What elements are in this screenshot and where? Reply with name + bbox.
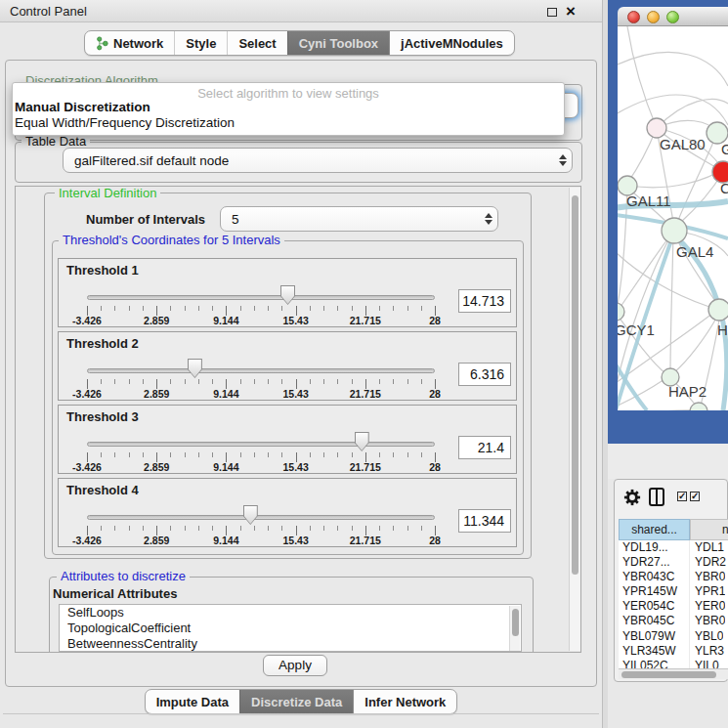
number-of-intervals-combobox[interactable]: 5 bbox=[220, 206, 498, 232]
slider-tick-label: 21.715 bbox=[338, 388, 393, 400]
close-icon[interactable]: × bbox=[566, 0, 576, 22]
gear-icon[interactable] bbox=[623, 489, 641, 506]
close-traffic-light-icon[interactable] bbox=[627, 11, 640, 23]
slider-track[interactable] bbox=[87, 515, 435, 520]
table-cell-name[interactable]: YBR0 bbox=[690, 614, 725, 628]
attribute-item-selfloops[interactable]: SelfLoops bbox=[60, 605, 521, 621]
table-column-header-shared-name[interactable]: shared... bbox=[619, 519, 690, 540]
slider-tick-label: 15.43 bbox=[269, 388, 323, 400]
threshold-label: Threshold 2 bbox=[66, 336, 139, 351]
table-row[interactable]: YPR145WYPR1 bbox=[619, 584, 728, 599]
apply-button[interactable]: Apply bbox=[263, 655, 327, 676]
attribute-item-topologicalcoefficient[interactable]: TopologicalCoefficient bbox=[60, 621, 521, 636]
threshold-value-field[interactable]: 14.713 bbox=[458, 289, 511, 313]
tab-impute-data[interactable]: Impute Data bbox=[146, 690, 239, 713]
tab-select[interactable]: Select bbox=[227, 31, 286, 55]
slider-tick-label: 28 bbox=[407, 388, 462, 400]
threshold-value-field[interactable]: 11.344 bbox=[458, 509, 511, 533]
float-window-icon[interactable] bbox=[547, 8, 557, 17]
table-cell-name[interactable]: YBR0 bbox=[690, 570, 725, 584]
slider-tick-label: 9.144 bbox=[198, 388, 253, 400]
table-data-combobox-value: galFiltered.sif default node bbox=[64, 153, 554, 168]
table-cell-shared-name[interactable]: YPR145W bbox=[619, 584, 690, 599]
tab-network[interactable]: Network bbox=[85, 31, 174, 55]
control-panel: Control Panel × NetworkStyleSelectCyni T… bbox=[0, 0, 602, 728]
slider-track[interactable] bbox=[87, 442, 435, 447]
scrollbar-thumb[interactable] bbox=[621, 671, 716, 678]
table-cell-shared-name[interactable]: YDR27... bbox=[619, 555, 690, 570]
slider-tick-label: 9.144 bbox=[198, 461, 253, 473]
table-row[interactable]: YDR27...YDR2 bbox=[619, 555, 728, 570]
threshold-value-field[interactable]: 21.4 bbox=[458, 436, 511, 459]
table-row[interactable]: YBR045CYBR0 bbox=[619, 614, 728, 628]
slider-tick-label: 9.144 bbox=[198, 535, 253, 546]
table-row[interactable]: YIL052CYIL0 bbox=[619, 659, 728, 668]
table-cell-shared-name[interactable]: YDL19... bbox=[619, 540, 690, 555]
attributes-list-scrollbar[interactable] bbox=[509, 606, 520, 652]
algorithm-option-equal-width-frequency-discretization[interactable]: Equal Width/Frequency Discretization bbox=[13, 115, 564, 131]
table-cell-shared-name[interactable]: YER054C bbox=[619, 599, 690, 614]
slider-track[interactable] bbox=[87, 368, 435, 373]
algorithm-option-manual-discretization[interactable]: Manual Discretization bbox=[13, 100, 564, 115]
table-cell-shared-name[interactable]: YBR043C bbox=[619, 570, 690, 584]
slider-tick-label: 28 bbox=[407, 461, 462, 473]
number-of-intervals-label: Number of Intervals bbox=[86, 212, 205, 227]
attribute-item-betweennesscentrality[interactable]: BetweennessCentrality bbox=[60, 636, 521, 652]
table-cell-shared-name[interactable]: YIL052C bbox=[619, 659, 690, 668]
table-horizontal-scrollbar[interactable] bbox=[619, 668, 728, 679]
table-row[interactable]: YBR043CYBR0 bbox=[619, 570, 728, 584]
slider-tick-label: 28 bbox=[407, 315, 462, 326]
checked-checkbox-icon[interactable]: ✓ bbox=[690, 492, 700, 501]
slider-tick-label: 15.43 bbox=[269, 315, 323, 326]
network-icon bbox=[96, 36, 108, 51]
table-row[interactable]: YDL19...YDL1 bbox=[619, 540, 728, 555]
table-cell-name[interactable]: YER0 bbox=[690, 599, 725, 614]
table-cell-name[interactable]: YPR1 bbox=[690, 584, 725, 599]
table-cell-shared-name[interactable]: YBR045C bbox=[619, 614, 690, 628]
slider-handle[interactable] bbox=[280, 285, 295, 305]
table-cell-name[interactable]: YBL0 bbox=[690, 629, 723, 644]
tab-infer-network[interactable]: Infer Network bbox=[353, 690, 456, 713]
table-column-header-name[interactable]: n bbox=[690, 519, 728, 540]
scrollbar-thumb[interactable] bbox=[512, 609, 519, 636]
slider-tick-label: 15.43 bbox=[269, 461, 323, 473]
threshold-label: Threshold 4 bbox=[66, 483, 139, 497]
interval-definition-title: Interval Definition bbox=[55, 187, 160, 200]
slider-handle[interactable] bbox=[243, 505, 258, 525]
zoom-traffic-light-icon[interactable] bbox=[666, 11, 679, 23]
combobox-stepper-icon[interactable] bbox=[554, 154, 572, 166]
table-cell-name[interactable]: YDR2 bbox=[690, 555, 726, 570]
table-row[interactable]: YLR345WYLR3 bbox=[619, 644, 728, 659]
table-data-combobox[interactable]: galFiltered.sif default node bbox=[63, 148, 573, 173]
network-edge bbox=[674, 315, 718, 372]
tab-style[interactable]: Style bbox=[174, 31, 227, 55]
node-gcy1[interactable] bbox=[618, 303, 624, 321]
tab-jactivemnodules[interactable]: jActiveMNodules bbox=[389, 31, 514, 55]
table-cell-name[interactable]: YLR3 bbox=[690, 644, 724, 659]
tab-label: Infer Network bbox=[364, 695, 446, 709]
checked-checkbox-icon[interactable]: ✓ bbox=[677, 492, 687, 501]
scrollbar-thumb[interactable] bbox=[572, 195, 578, 575]
table-cell-name[interactable]: YDL1 bbox=[690, 540, 724, 555]
table-cell-shared-name[interactable]: YLR345W bbox=[619, 644, 690, 659]
table-row[interactable]: YER054CYER0 bbox=[619, 599, 728, 614]
table-cell-name[interactable]: YIL0 bbox=[690, 659, 719, 668]
node-gal4[interactable] bbox=[662, 218, 687, 243]
threshold-value-field[interactable]: 6.316 bbox=[458, 363, 511, 386]
threshold-panel-1: Threshold 1-3.4262.8599.14415.4321.71528… bbox=[58, 258, 517, 327]
tab-cyni-toolbox[interactable]: Cyni Toolbox bbox=[287, 31, 389, 55]
table-row[interactable]: YBL079WYBL0 bbox=[619, 629, 728, 644]
tab-discretize-data[interactable]: Discretize Data bbox=[239, 690, 353, 713]
minimize-traffic-light-icon[interactable] bbox=[647, 11, 660, 23]
node-pink[interactable] bbox=[647, 118, 666, 138]
table-cell-shared-name[interactable]: YBL079W bbox=[619, 629, 690, 644]
slider-handle[interactable] bbox=[355, 432, 369, 451]
node-right[interactable] bbox=[708, 299, 728, 321]
slider-track[interactable] bbox=[87, 295, 435, 300]
columns-icon[interactable] bbox=[649, 488, 664, 506]
settings-scrollbar[interactable] bbox=[569, 188, 580, 651]
algorithm-placeholder-option[interactable]: Select algorithm to view settings bbox=[13, 83, 564, 100]
slider-handle[interactable] bbox=[188, 359, 202, 378]
combobox-stepper-icon[interactable] bbox=[480, 213, 497, 225]
node-bottom[interactable] bbox=[690, 403, 707, 410]
